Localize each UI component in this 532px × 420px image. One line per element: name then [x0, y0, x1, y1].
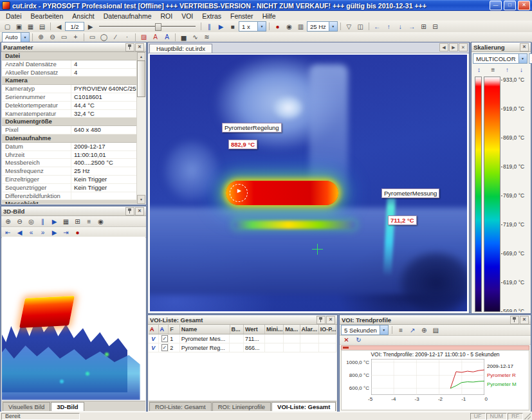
column-header-name[interactable]: Name — [180, 325, 230, 334]
tab-hauptbild[interactable]: Hauptbild: cut.irdx — [149, 44, 212, 53]
thermal-3d-view[interactable] — [2, 237, 145, 401]
zoom-out-icon[interactable]: ⊖ — [47, 32, 58, 42]
palette-select[interactable]: MULTICOLOR ▼ — [473, 53, 527, 64]
close-icon[interactable]: ✕ — [135, 207, 144, 215]
first-frame-icon[interactable]: ⇤ — [3, 228, 14, 237]
column-header-alarm[interactable]: Alar... — [300, 325, 319, 334]
menu-item[interactable]: ROI — [156, 12, 177, 21]
row-checkbox[interactable]: ✓ — [159, 334, 169, 343]
menu-item[interactable]: VOI — [177, 12, 197, 21]
title-bar[interactable]: cut.irdx - PYROSOFT Professional test [O… — [0, 0, 532, 11]
annotation-label[interactable]: PyrometerMessung — [381, 188, 439, 198]
menu-item[interactable]: Bearbeiten — [26, 12, 68, 21]
pin-icon[interactable] — [125, 43, 134, 51]
annotation-temperature[interactable]: 882,9 °C — [228, 140, 257, 149]
color-scale-strip[interactable] — [484, 77, 500, 312]
alarm-b-icon[interactable]: A — [159, 325, 169, 334]
fast-forward-icon[interactable]: » — [37, 228, 48, 237]
parameter-row[interactable]: Datei — [2, 52, 137, 60]
clear-chart-icon[interactable]: ✕ — [341, 335, 352, 345]
play-icon[interactable]: ▶ — [49, 217, 60, 226]
table-row[interactable]: V ✓ 2 Pyrometer Reg... 866... — [149, 343, 336, 352]
refresh-chart-icon[interactable]: ↻ — [353, 335, 364, 345]
export-chart-icon[interactable]: ↗ — [407, 325, 418, 335]
chevron-down-icon[interactable]: ▼ — [257, 22, 266, 31]
scroll-down-icon[interactable]: ▼ — [137, 195, 145, 204]
parameter-row[interactable]: Anzahl Datensätze 4 — [2, 60, 137, 69]
close-icon[interactable]: ✕ — [520, 316, 529, 324]
parameter-row[interactable]: Datum 2009-12-17 — [2, 143, 137, 151]
parameter-row[interactable]: Datenaufnahme — [2, 134, 137, 143]
menu-item[interactable]: Datenaufnahme — [99, 12, 156, 21]
settings-icon[interactable]: ≡ — [84, 217, 95, 226]
visibility-icon[interactable]: V — [149, 343, 159, 352]
record-icon[interactable]: ● — [272, 22, 283, 32]
snapshot-icon[interactable]: ◫ — [355, 22, 366, 32]
close-button[interactable]: ✕ — [518, 1, 530, 10]
view3d-panel-header[interactable]: 3D-Bild ✕ — [1, 206, 146, 216]
annotation-temperature[interactable]: 711,2 °C — [388, 215, 417, 225]
parameter-row[interactable]: Messbereich 400....2500 °C — [2, 159, 137, 167]
scroll-up-icon[interactable]: ▲ — [137, 52, 145, 61]
slider-thumb[interactable] — [155, 23, 161, 31]
zoom-fit-icon[interactable]: ▭ — [59, 32, 69, 42]
record-icon[interactable]: ● — [72, 228, 83, 237]
tab-close-icon[interactable]: ✕ — [459, 43, 468, 51]
parameter-row[interactable]: Sequenztrigger Kein Trigger — [2, 184, 137, 192]
pan-left-icon[interactable]: ← — [372, 22, 383, 32]
chevron-down-icon[interactable]: ▼ — [21, 33, 29, 42]
view-tab[interactable]: Visuelles Bild — [3, 402, 50, 411]
chart-settings-icon[interactable]: ≡ — [396, 325, 407, 335]
play-icon[interactable]: ▶ — [216, 22, 226, 32]
menu-item[interactable]: Ansicht — [68, 12, 98, 21]
column-header-ioport[interactable]: IO-P... — [319, 325, 336, 334]
parameter-panel-header[interactable]: Parameter ✕ — [1, 42, 146, 52]
profile-icon[interactable]: ∿ — [190, 32, 201, 42]
histogram-icon[interactable]: ▅ — [178, 32, 189, 42]
stop-icon[interactable]: ■ — [227, 22, 238, 32]
roi-point-icon[interactable]: · — [122, 32, 133, 42]
auto-scale-icon[interactable]: ↕ — [473, 65, 484, 75]
print-chart-icon[interactable]: ▤ — [430, 325, 441, 335]
scale-settings-icon[interactable]: ≡ — [488, 65, 499, 75]
parameter-row[interactable]: Detektortemperatur 44,4 °C — [2, 102, 137, 110]
zoom-reset-icon[interactable]: ◎ — [26, 217, 37, 226]
scaling-panel-header[interactable]: Skalierung ✕ — [472, 42, 531, 52]
zoom-in-icon[interactable]: ⊕ — [3, 217, 14, 226]
thermal-image[interactable]: ▶ PyrometerRegelung 882,9 °C PyrometerMe… — [150, 55, 467, 311]
column-header-mini[interactable]: Mini... — [265, 325, 284, 334]
speed-select[interactable]: 1 x ▼ — [239, 21, 266, 32]
alarm-a-icon[interactable]: A — [149, 325, 159, 334]
scale-down-icon[interactable]: ↓ — [516, 65, 527, 75]
voi-list-panel-header[interactable]: VOI-Liste: Gesamt ✕ — [148, 315, 337, 325]
prev-frame-icon[interactable]: ◀ — [14, 228, 25, 237]
chevron-down-icon[interactable]: ▼ — [518, 54, 527, 63]
pan-down-icon[interactable]: ↓ — [395, 22, 406, 32]
parameter-row[interactable]: Pixel 640 x 480 — [2, 126, 137, 134]
roi-ellipse-icon[interactable]: ◯ — [98, 32, 109, 42]
menu-item[interactable]: Fenster — [226, 12, 258, 21]
roi-rectangle-icon[interactable]: ▭ — [87, 32, 98, 42]
tab-prev-icon[interactable]: ◀ — [439, 43, 448, 51]
parameter-row[interactable]: Kamera — [2, 77, 137, 85]
parameter-row[interactable]: Messobjekt — [2, 200, 137, 204]
chevron-down-icon[interactable]: ▼ — [329, 22, 337, 31]
parameter-row[interactable]: Messfrequenz 25 Hz — [2, 167, 137, 176]
close-icon[interactable]: ✕ — [135, 43, 144, 51]
view-tab[interactable]: 3D-Bild — [51, 402, 84, 411]
chevron-down-icon[interactable]: ▼ — [380, 325, 388, 334]
scrollbar[interactable]: ▲ ▼ — [136, 52, 145, 204]
row-checkbox[interactable]: ✓ — [159, 343, 169, 352]
zoom-in-icon[interactable]: ⊕ — [35, 32, 46, 42]
last-frame-icon[interactable]: ⇥ — [60, 228, 71, 237]
pause-icon[interactable]: ∥ — [37, 217, 48, 226]
label-color-icon[interactable]: A — [150, 32, 161, 42]
scrollbar-thumb[interactable] — [137, 60, 145, 97]
save-icon[interactable]: ▦ — [25, 22, 36, 32]
parameter-row[interactable]: Einzeltrigger Kein Trigger — [2, 176, 137, 184]
open-file-icon[interactable]: ▣ — [14, 22, 24, 32]
visibility-icon[interactable]: V — [149, 334, 159, 343]
column-header-wert[interactable]: Wert — [244, 325, 265, 334]
scale-up-icon[interactable]: ↑ — [502, 65, 513, 75]
trigger-icon[interactable]: ▽ — [344, 22, 354, 32]
